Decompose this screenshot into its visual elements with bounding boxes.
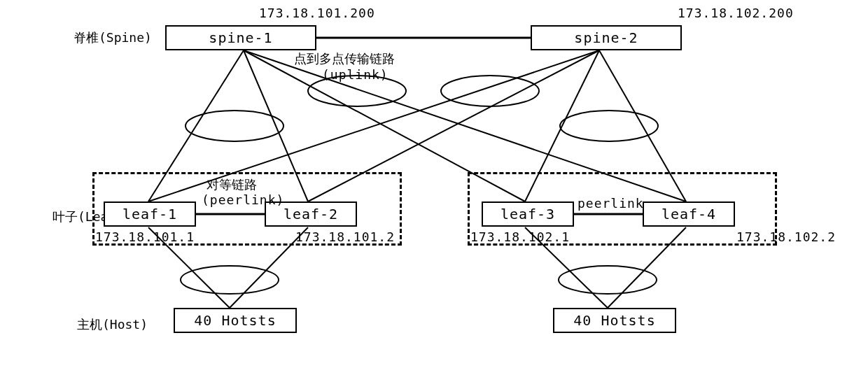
leaf-4-ip: 173.18.102.2	[736, 229, 836, 244]
svg-point-20	[559, 266, 657, 294]
peerlink-left-en: (peerlink)	[202, 192, 284, 207]
hosts-left: 40 Hotsts	[174, 308, 297, 333]
hosts-right: 40 Hotsts	[553, 308, 676, 333]
spine-1-node: spine-1	[165, 25, 316, 50]
leaf-2-ip: 173.18.101.2	[295, 229, 395, 244]
svg-point-12	[560, 111, 658, 141]
leaf-3-ip: 173.18.102.1	[470, 229, 570, 244]
svg-point-11	[441, 76, 539, 106]
svg-point-17	[181, 266, 279, 294]
peerlink-right: peerlink	[578, 196, 644, 211]
spine-1-ip: 173.18.101.200	[259, 6, 375, 20]
leaf-1-node: leaf-1	[104, 201, 196, 227]
svg-point-9	[186, 111, 284, 141]
uplink-label-cn: 点到多点传输链路	[294, 50, 395, 67]
leaf-4-node: leaf-4	[643, 201, 735, 227]
leaf-1-ip: 173.18.101.1	[95, 229, 195, 244]
row-label-spine: 脊椎(Spine)	[74, 29, 152, 46]
peerlink-left-cn: 对等链路	[206, 176, 257, 193]
leaf-3-node: leaf-3	[482, 201, 574, 227]
spine-2-node: spine-2	[531, 25, 682, 50]
uplink-label-en: (uplink)	[322, 67, 388, 82]
row-label-host: 主机(Host)	[77, 316, 148, 333]
spine-2-ip: 173.18.102.200	[678, 6, 794, 20]
